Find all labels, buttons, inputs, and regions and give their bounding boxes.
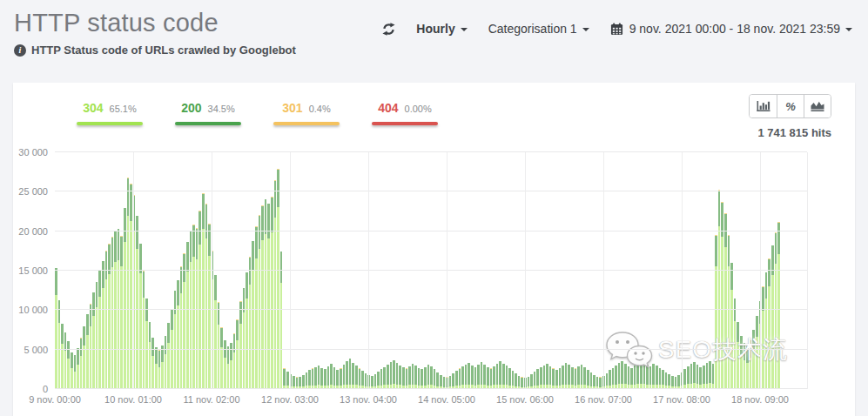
stacked-bar[interactable] <box>243 152 246 389</box>
stacked-bar[interactable] <box>721 152 723 389</box>
refresh-button[interactable] <box>382 23 395 36</box>
stacked-bar[interactable] <box>693 152 696 389</box>
stacked-bar[interactable] <box>690 152 693 389</box>
stacked-bar[interactable] <box>158 152 161 389</box>
stacked-bar[interactable] <box>77 152 79 389</box>
stacked-bar[interactable] <box>675 152 677 389</box>
stacked-bar[interactable] <box>777 152 780 389</box>
stacked-bar[interactable] <box>186 152 189 389</box>
stacked-bar[interactable] <box>218 152 220 389</box>
stacked-bar[interactable] <box>114 152 117 389</box>
stacked-bar[interactable] <box>502 152 505 389</box>
stacked-bar[interactable] <box>612 152 615 389</box>
stacked-bar[interactable] <box>58 152 61 389</box>
stacked-bar[interactable] <box>583 152 586 389</box>
frequency-dropdown[interactable]: Hourly <box>416 22 467 36</box>
stacked-bar[interactable] <box>196 152 198 389</box>
stacked-bar[interactable] <box>259 152 261 389</box>
stacked-bar[interactable] <box>536 152 539 389</box>
stacked-bar[interactable] <box>280 152 283 389</box>
stacked-bar[interactable] <box>55 152 57 389</box>
stacked-bar[interactable] <box>98 152 101 389</box>
stacked-bar[interactable] <box>396 152 399 389</box>
stacked-bar[interactable] <box>412 152 414 389</box>
stacked-bar[interactable] <box>665 152 668 389</box>
stacked-bar[interactable] <box>696 152 699 389</box>
stacked-bar[interactable] <box>143 152 145 389</box>
stacked-bar[interactable] <box>414 152 417 389</box>
stacked-bar[interactable] <box>528 152 530 389</box>
stacked-bar[interactable] <box>562 152 564 389</box>
stacked-bar[interactable] <box>699 152 702 389</box>
stacked-bar[interactable] <box>687 152 690 389</box>
stacked-bar[interactable] <box>214 152 217 389</box>
stacked-bar[interactable] <box>61 152 64 389</box>
stacked-bar[interactable] <box>746 152 749 389</box>
stacked-bar[interactable] <box>546 152 548 389</box>
stacked-bar[interactable] <box>105 152 108 389</box>
stacked-bar[interactable] <box>552 152 555 389</box>
stacked-bar[interactable] <box>483 152 486 389</box>
stacked-bar[interactable] <box>452 152 454 389</box>
stacked-bar[interactable] <box>636 152 639 389</box>
stacked-bar[interactable] <box>277 152 279 389</box>
stacked-bar[interactable] <box>130 152 132 389</box>
stacked-bar[interactable] <box>555 152 558 389</box>
stacked-bar[interactable] <box>198 152 201 389</box>
stacked-bar[interactable] <box>299 152 301 389</box>
stacked-bar[interactable] <box>390 152 393 389</box>
stacked-bar[interactable] <box>656 152 658 389</box>
stacked-bar[interactable] <box>327 152 330 389</box>
stacked-bar[interactable] <box>662 152 664 389</box>
categorisation-dropdown[interactable]: Categorisation 1 <box>488 22 589 36</box>
stacked-bar[interactable] <box>421 152 423 389</box>
stacked-bar[interactable] <box>618 152 621 389</box>
stacked-bar[interactable] <box>752 152 755 389</box>
stacked-bar[interactable] <box>593 152 595 389</box>
stacked-bar[interactable] <box>455 152 458 389</box>
stacked-bar[interactable] <box>474 152 477 389</box>
stacked-bar[interactable] <box>83 152 85 389</box>
stacked-bar[interactable] <box>312 152 314 389</box>
stacked-bar[interactable] <box>559 152 562 389</box>
stacked-bar[interactable] <box>71 152 73 389</box>
stacked-bar[interactable] <box>418 152 421 389</box>
stacked-bar[interactable] <box>652 152 655 389</box>
stacked-bar[interactable] <box>615 152 617 389</box>
stacked-bar[interactable] <box>80 152 83 389</box>
stacked-bar[interactable] <box>596 152 599 389</box>
stacked-bar[interactable] <box>92 152 95 389</box>
stacked-bar[interactable] <box>261 152 264 389</box>
stacked-bar[interactable] <box>427 152 430 389</box>
stacked-bar[interactable] <box>227 152 230 389</box>
stacked-bar[interactable] <box>136 152 138 389</box>
stacked-bar[interactable] <box>440 152 442 389</box>
stacked-bar[interactable] <box>599 152 602 389</box>
stacked-bar[interactable] <box>630 152 633 389</box>
stacked-bar[interactable] <box>549 152 552 389</box>
stacked-bar[interactable] <box>730 152 733 389</box>
stacked-bar[interactable] <box>750 152 752 389</box>
stacked-bar[interactable] <box>124 152 126 389</box>
stacked-bar[interactable] <box>775 152 777 389</box>
stacked-bar[interactable] <box>236 152 239 389</box>
stacked-bar[interactable] <box>515 152 517 389</box>
stacked-bar[interactable] <box>336 152 339 389</box>
area-chart-view-button[interactable] <box>804 95 831 117</box>
stacked-bar[interactable] <box>643 152 646 389</box>
stacked-bar[interactable] <box>408 152 411 389</box>
stacked-bar[interactable] <box>581 152 583 389</box>
stacked-bar[interactable] <box>568 152 570 389</box>
stacked-bar[interactable] <box>208 152 211 389</box>
stacked-bar[interactable] <box>265 152 267 389</box>
stacked-bar[interactable] <box>449 152 452 389</box>
stacked-bar[interactable] <box>606 152 609 389</box>
stacked-bar[interactable] <box>149 152 151 389</box>
stacked-bar[interactable] <box>609 152 611 389</box>
stacked-bar[interactable] <box>399 152 401 389</box>
stacked-bar[interactable] <box>165 152 167 389</box>
stacked-bar[interactable] <box>296 152 299 389</box>
stacked-bar[interactable] <box>177 152 179 389</box>
stacked-bar[interactable] <box>361 152 364 389</box>
stacked-bar[interactable] <box>183 152 185 389</box>
